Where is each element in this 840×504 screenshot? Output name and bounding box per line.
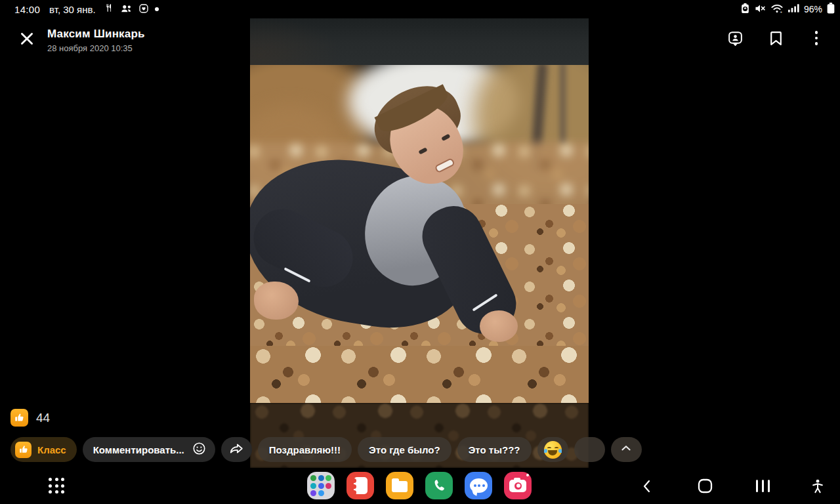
cellular-signal-icon: [788, 3, 799, 15]
like-button[interactable]: Класс: [10, 437, 77, 462]
bookmark-icon[interactable]: [766, 29, 785, 47]
notification-dot-icon: [155, 7, 159, 11]
chevron-up-icon: [619, 441, 633, 458]
person-eye: [441, 134, 450, 141]
smile-emoji-button[interactable]: [574, 437, 605, 462]
reactions-summary[interactable]: 44: [10, 409, 50, 427]
comment-input[interactable]: Комментировать...: [83, 437, 215, 462]
collapse-button[interactable]: [611, 437, 642, 462]
photo-viewer-header: Максим Шинкарь 28 ноября 2020 10:35: [0, 22, 840, 56]
like-button-label: Класс: [37, 444, 66, 455]
joy-emoji-icon: [544, 441, 562, 459]
accessibility-icon[interactable]: [798, 468, 837, 504]
quick-reply-button[interactable]: Это где было?: [358, 437, 452, 462]
close-icon[interactable]: [18, 30, 35, 47]
battery-percent: 96%: [804, 4, 822, 14]
like-thumb-icon: [15, 442, 32, 458]
joy-emoji-button[interactable]: [537, 437, 568, 462]
person-smile: [434, 158, 455, 173]
status-bar: 14:00 вт, 30 янв. + 96%: [0, 0, 840, 18]
like-thumb-icon: [10, 409, 28, 427]
status-time: 14:00: [14, 4, 40, 15]
like-count: 44: [36, 411, 50, 425]
camera-app-icon[interactable]: [504, 472, 532, 499]
smiley-outline-icon[interactable]: [192, 442, 206, 458]
quick-reply-button[interactable]: Это ты???: [457, 437, 532, 462]
health-badge-icon: [138, 3, 149, 16]
phone-app-icon[interactable]: [425, 472, 453, 499]
status-date: вт, 30 янв.: [49, 4, 96, 15]
dock: [307, 472, 532, 499]
system-nav-buttons: [627, 468, 840, 504]
messages-app-icon[interactable]: [465, 472, 492, 499]
contacts-icon: [121, 3, 133, 15]
photo-main: [250, 65, 589, 403]
my-files-app-icon[interactable]: [386, 472, 413, 499]
quick-reply-button[interactable]: Поздравляю!!!: [258, 437, 352, 462]
tag-person-icon[interactable]: [726, 29, 744, 47]
app-folder-icon[interactable]: [307, 472, 335, 499]
kebab-menu-icon[interactable]: [807, 29, 826, 47]
battery-saver-icon: [741, 3, 749, 16]
comment-placeholder: Комментировать...: [93, 444, 184, 455]
photo-date: 28 ноября 2020 10:35: [47, 43, 145, 53]
back-icon[interactable]: [627, 468, 667, 504]
mute-icon: [754, 3, 766, 16]
person-hand: [480, 310, 518, 342]
home-icon[interactable]: [685, 468, 724, 504]
svg-text:+: +: [780, 9, 783, 13]
photo-viewer-image[interactable]: [250, 16, 589, 468]
leaves-foreground: [250, 346, 589, 403]
quick-reply-label: Это где было?: [369, 444, 440, 455]
share-button[interactable]: [221, 437, 252, 462]
share-arrow-icon: [229, 442, 244, 458]
recents-icon[interactable]: [743, 468, 782, 504]
battery-icon: [827, 3, 835, 16]
notes-app-icon[interactable]: [346, 472, 374, 499]
person-eye: [418, 147, 427, 154]
restaurant-icon: [105, 3, 115, 15]
android-nav-bar: [0, 468, 840, 504]
apps-grid-icon[interactable]: [49, 478, 64, 494]
photo-owner-name[interactable]: Максим Шинкарь: [47, 28, 145, 41]
tree-trunk: [560, 65, 566, 146]
wifi-icon: +: [770, 3, 784, 16]
person-hand: [254, 282, 299, 320]
quick-reply-label: Поздравляю!!!: [269, 444, 341, 455]
action-bar: Класс Комментировать... Поздравляю!!! Эт…: [10, 437, 642, 462]
quick-reply-label: Это ты???: [469, 444, 520, 455]
